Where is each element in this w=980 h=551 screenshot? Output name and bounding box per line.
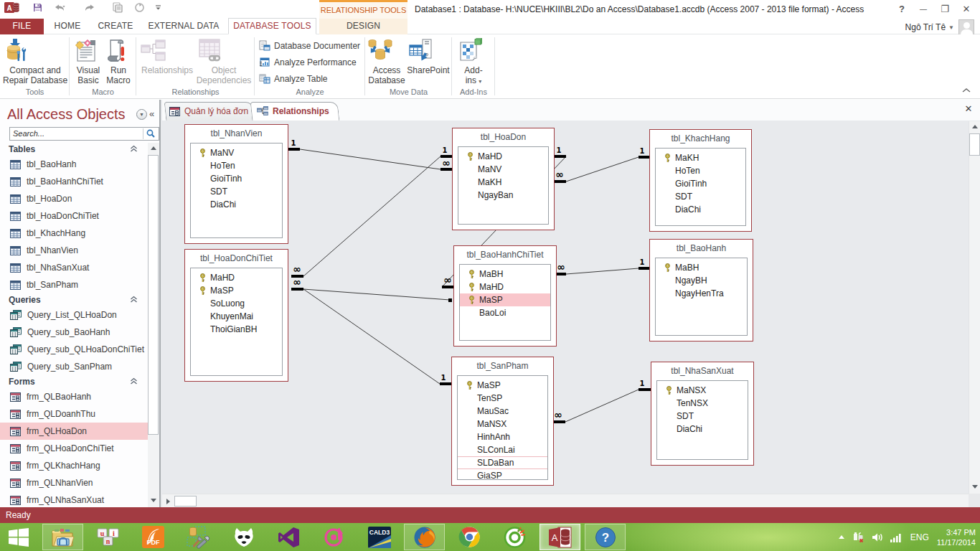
touch-mode-icon[interactable] (112, 2, 123, 13)
field-row-tbl_BaoHanh-NgayBH[interactable]: NgayBH (656, 274, 747, 287)
canvas-scroll-right-button[interactable] (162, 495, 174, 508)
table-box-tbl_BaoHanhChiTiet[interactable]: tbl_BaoHanhChiTietMaBHMaHDMaSPBaoLoi (453, 245, 557, 347)
refresh-icon[interactable] (134, 2, 145, 13)
search-box[interactable]: Search... (9, 127, 159, 141)
visual-basic-button[interactable]: Visual Basic (73, 36, 103, 85)
field-row-tbl_HoaDon-MaHD[interactable]: MaHD (458, 150, 548, 163)
object-dependencies-button[interactable]: Object Dependencies (195, 36, 253, 85)
field-row-tbl_HoaDonChiTiet-KhuyenMai[interactable]: KhuyenMai (191, 310, 282, 323)
taskbar-button-foobar[interactable] (221, 523, 266, 551)
database-documenter-button[interactable]: Database Documenter (259, 38, 360, 54)
compact-repair-button[interactable]: Compact and Repair Database (3, 36, 67, 85)
field-row-tbl_SanPham-MauSac[interactable]: MauSac (458, 405, 547, 418)
canvas-vertical-scrollbar[interactable] (969, 121, 980, 494)
table-box-tbl_NhanVien[interactable]: tbl_NhanVienMaNVHoTenGioiTinhSDTDiaChi (184, 124, 288, 244)
tab-design[interactable]: DESIGN (319, 19, 407, 34)
tab-file[interactable]: FILE (0, 19, 44, 34)
taskbar-button-visual-studio[interactable] (266, 523, 311, 551)
nav-item-frm_QLBaoHanh[interactable]: frm_QLBaoHanh (0, 388, 148, 405)
network-signal-icon[interactable] (890, 532, 903, 542)
table-box-tbl_HoaDon[interactable]: tbl_HoaDonMaHDMaNVMaKHNgayBan (452, 128, 555, 230)
field-row-tbl_KhachHang-MaKH[interactable]: MaKH (656, 151, 745, 164)
search-icon[interactable] (143, 128, 158, 139)
language-indicator[interactable]: ENG (910, 532, 929, 542)
field-row-tbl_SanPham-SLConLai[interactable]: SLConLai (458, 443, 547, 456)
tab-home[interactable]: HOME (45, 19, 90, 34)
field-row-tbl_HoaDon-MaNV[interactable]: MaNV (458, 163, 548, 176)
field-row-tbl_KhachHang-SDT[interactable]: SDT (656, 190, 745, 203)
access-database-button[interactable]: Access Database (367, 36, 407, 85)
field-row-tbl_BaoHanhChiTiet-MaSP[interactable]: MaSP (460, 293, 550, 306)
help-button[interactable]: ? (891, 1, 913, 17)
nav-item-frm_QLDoanhThu[interactable]: frm_QLDoanhThu (0, 405, 148, 423)
field-row-tbl_SanPham-MaSP[interactable]: MaSP (458, 379, 547, 392)
relationship-line-SanPham-HoaDonChiTiet[interactable] (303, 289, 440, 384)
nav-group-header-forms[interactable]: Forms (0, 375, 148, 388)
nav-item-Query_sub_QLHoaDonChiTiet[interactable]: Query_sub_QLHoaDonChiTiet (0, 341, 148, 358)
nav-item-tbl_KhachHang[interactable]: tbl_KhachHang (0, 225, 148, 242)
analyze-table-button[interactable]: Analyze Table (259, 71, 328, 87)
field-row-tbl_NhaSanXuat-MaNSX[interactable]: MaNSX (657, 384, 748, 397)
canvas-vscrollbar-thumb[interactable] (969, 133, 980, 156)
nav-item-frm_QLNhanVien[interactable]: frm_QLNhanVien (0, 474, 148, 491)
run-macro-button[interactable]: Run Macro (103, 36, 133, 85)
taskbar-button-db-tool[interactable] (176, 523, 221, 551)
nav-scroll-down-button[interactable] (148, 495, 159, 507)
table-box-tbl_SanPham[interactable]: tbl_SanPhamMaSPTenSPMauSacMaNSXHinhAnhSL… (451, 357, 554, 486)
nav-item-frm_QLHoaDonChiTiet[interactable]: frm_QLHoaDonChiTiet (0, 440, 148, 457)
tab-database-tools[interactable]: DATABASE TOOLS (228, 18, 316, 34)
field-row-tbl_BaoHanhChiTiet-MaHD[interactable]: MaHD (460, 281, 550, 293)
field-row-tbl_SanPham-GiaSP[interactable]: GiaSP (458, 469, 547, 480)
save-button[interactable] (33, 3, 42, 12)
undo-button[interactable] (53, 4, 69, 12)
nav-scrollbar-thumb[interactable] (148, 155, 159, 435)
relationship-line-NhaSanXuat-SanPham[interactable] (565, 390, 639, 422)
nav-item-frm_QLKhachHang[interactable]: frm_QLKhachHang (0, 457, 148, 474)
doc-tab-quan-ly-hoa-don[interactable]: Quản lý hóa đơn (165, 102, 252, 121)
minimize-button[interactable]: — (913, 1, 934, 17)
table-box-tbl_BaoHanh[interactable]: tbl_BaoHanhMaBHNgayBHNgayHenTra (649, 239, 753, 342)
nav-item-frm_QLNhaSanXuat[interactable]: frm_QLNhaSanXuat (0, 491, 148, 509)
taskbar-button-firefox[interactable] (402, 523, 447, 551)
nav-item-tbl_NhanVien[interactable]: tbl_NhanVien (0, 242, 148, 259)
canvas-scroll-up-button[interactable] (969, 121, 980, 133)
nav-item-Query_sub_BaoHanh[interactable]: Query_sub_BaoHanh (0, 324, 148, 341)
relationship-line-BaoHanh-BaoHanhChiTiet[interactable] (566, 268, 639, 274)
taskbar-button-explorer[interactable] (40, 523, 85, 551)
field-row-tbl_BaoHanh-NgayHenTra[interactable]: NgayHenTra (656, 287, 747, 300)
relationships-button[interactable]: Relationships (139, 36, 195, 75)
volume-icon[interactable] (872, 532, 883, 542)
canvas-scroll-down-button[interactable] (969, 481, 980, 494)
field-row-tbl_HoaDonChiTiet-ThoiGianBH[interactable]: ThoiGianBH (191, 323, 282, 336)
canvas-horizontal-scrollbar[interactable] (162, 494, 969, 507)
nav-scroll-up-button[interactable] (148, 143, 159, 155)
field-row-tbl_BaoHanhChiTiet-BaoLoi[interactable]: BaoLoi (460, 306, 550, 319)
close-document-icon[interactable]: ✕ (963, 103, 974, 115)
canvas-hscrollbar-thumb[interactable] (174, 496, 197, 507)
ribbon-collapse-button[interactable] (961, 87, 973, 95)
field-row-tbl_NhanVien-MaNV[interactable]: MaNV (191, 146, 282, 159)
nav-pane-menu-button[interactable]: ▼ (136, 109, 147, 120)
qat-customize-button[interactable] (155, 4, 161, 11)
field-row-tbl_SanPham-TenSP[interactable]: TenSP (458, 392, 547, 405)
nav-item-tbl_NhaSanXuat[interactable]: tbl_NhaSanXuat (0, 259, 148, 276)
analyze-performance-button[interactable]: Analyze Performance (259, 55, 357, 70)
taskbar-button-chrome[interactable] (447, 523, 492, 551)
clock[interactable]: 3:47 PM 11/17/2014 (937, 527, 976, 547)
field-row-tbl_HoaDonChiTiet-MaHD[interactable]: MaHD (191, 271, 282, 284)
tab-external-data[interactable]: EXTERNAL DATA (148, 19, 220, 34)
nav-item-frm_QLHoaDon[interactable]: frm_QLHoaDon (0, 423, 148, 440)
taskbar-button-start[interactable] (6, 523, 40, 551)
doc-tab-relationships[interactable]: Relationships (251, 102, 336, 121)
field-row-tbl_HoaDon-NgayBan[interactable]: NgayBan (458, 189, 548, 202)
nav-shutter-close-button[interactable]: « (149, 108, 154, 119)
field-row-tbl_HoaDonChiTiet-SoLuong[interactable]: SoLuong (191, 297, 282, 310)
table-box-tbl_KhachHang[interactable]: tbl_KhachHangMaKHHoTenGioiTinhSDTDiaChi (649, 129, 752, 232)
field-row-tbl_SanPham-HinhAnh[interactable]: HinhAnh (458, 430, 547, 443)
add-ins-button[interactable]: Add- ins ▾ (458, 36, 489, 87)
sharepoint-button[interactable]: SharePoint (407, 36, 450, 75)
taskbar-button-access[interactable]: A (537, 523, 583, 551)
field-row-tbl_KhachHang-GioiTinh[interactable]: GioiTinh (656, 177, 745, 190)
table-box-tbl_HoaDonChiTiet[interactable]: tbl_HoaDonChiTietMaHDMaSPSoLuongKhuyenMa… (184, 249, 288, 382)
nav-item-Query_List_QLHoaDon[interactable]: Query_List_QLHoaDon (0, 306, 148, 324)
